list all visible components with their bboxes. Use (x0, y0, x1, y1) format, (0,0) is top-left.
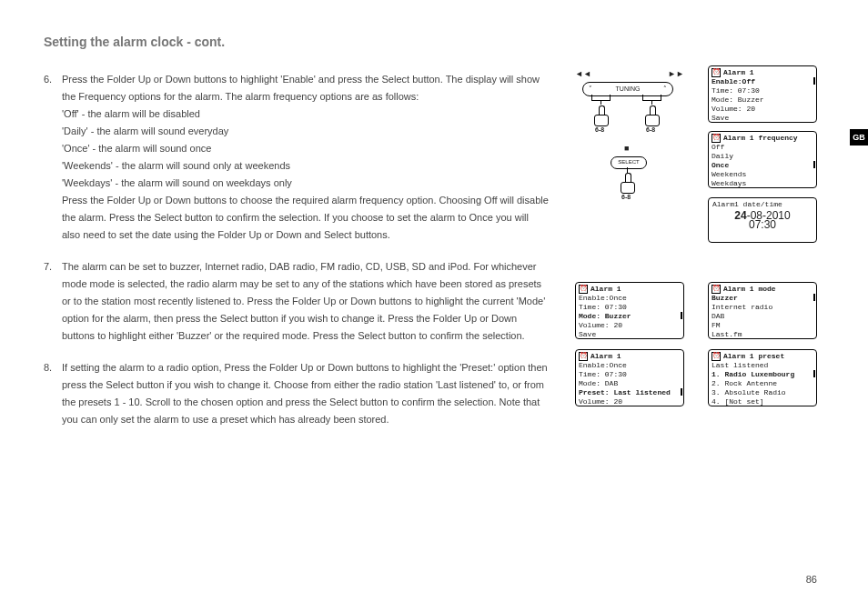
alarm-icon: ⏰ (712, 134, 721, 143)
alarm-icon: ⏰ (579, 352, 588, 361)
step-8: 8. If setting the alarm to a radio optio… (44, 359, 549, 428)
row: FM (712, 321, 813, 330)
row: Time: 07:30 (712, 86, 813, 95)
screen-title: Alarm 1 preset (723, 352, 784, 361)
screen-title: Alarm 1 frequency (723, 134, 798, 143)
row: Preset: Last listened (579, 388, 681, 397)
row: Internet radio (712, 303, 813, 312)
alarm-icon: ⏰ (712, 68, 721, 77)
time-row: 07:30 (712, 220, 812, 229)
step-text: The alarm can be set to buzzer, Internet… (62, 258, 549, 345)
instructions-content: 6. Press the Folder Up or Down buttons t… (44, 71, 549, 443)
screen-alarm1-preset-list: ⏰Alarm 1 preset Last listened 1. Radio L… (708, 349, 817, 406)
tuning-bar: ˅ TUNING ˄ (582, 82, 673, 96)
alarm-icon: ⏰ (579, 285, 588, 294)
row: Enable:Once (579, 361, 681, 370)
screen-title: Alarm1 date/time (712, 200, 812, 209)
alarm-icon: ⏰ (712, 285, 721, 294)
select-button: SELECT (611, 156, 647, 169)
stop-icon: ■ (624, 144, 629, 153)
screen-alarm1-mode-list: ⏰Alarm 1 mode Buzzer Internet radio DAB … (708, 282, 817, 339)
row: Last listened (712, 361, 813, 370)
row: Mode: DAB (579, 379, 681, 388)
row: Volume: 20 (712, 105, 813, 114)
scroll-indicator (813, 161, 815, 168)
row: Volume: 20 (579, 397, 681, 406)
step-number: 6. (44, 71, 62, 244)
page: Setting the alarm clock - cont. GB 6. Pr… (0, 0, 868, 612)
row: 2. Rock Antenne (712, 379, 813, 388)
row: Mode: Buzzer (579, 312, 681, 321)
row: Time: 07:30 (579, 370, 681, 379)
tuning-up-icon: ˄ (663, 83, 667, 95)
scroll-indicator (813, 294, 815, 301)
row: Save (712, 114, 813, 123)
scroll-indicator (813, 77, 815, 85)
finger-icon (621, 173, 633, 193)
row: 1. Radio Luxembourg (712, 370, 813, 379)
scroll-indicator (813, 370, 815, 377)
screen-alarm1-frequency: ⏰Alarm 1 frequency Off Daily Once Weeken… (708, 131, 817, 188)
row: Last.fm (712, 330, 813, 339)
finger-icon (645, 105, 658, 125)
row: Volume: 20 (579, 321, 681, 330)
step-number: 8. (44, 359, 62, 428)
next-icon: ►► (668, 69, 684, 78)
step-ref: 6-8 (621, 194, 631, 200)
row: Buzzer (712, 294, 813, 303)
prev-icon: ◄◄ (575, 69, 591, 78)
screen-title: Alarm 1 (590, 352, 621, 361)
row: Enable:Once (579, 294, 681, 303)
screen-title: Alarm 1 (590, 285, 621, 294)
alarm-icon: ⏰ (712, 352, 721, 361)
step-text: If setting the alarm to a radio option, … (62, 359, 549, 428)
page-number: 86 (806, 574, 817, 585)
scroll-indicator (681, 388, 682, 396)
row: 3. Absolute Radio (712, 388, 813, 397)
row: Weekends (712, 170, 813, 179)
tuning-down-icon: ˅ (589, 83, 592, 95)
row: Off (712, 143, 813, 152)
step-ref: 6-8 (595, 126, 604, 133)
step-text: Press the Folder Up or Down buttons to h… (62, 71, 549, 244)
language-tab-gb: GB (850, 129, 868, 145)
button-diagram: ◄◄ ►► ˅ TUNING ˄ 6-8 6-8 ■ SELECT 6-8 (570, 69, 688, 192)
screen-alarm1-datetime: Alarm1 date/time 24-08-2010 07:30 (708, 197, 817, 243)
row: 4. [Not set] (712, 397, 813, 406)
screen-title: Alarm 1 (723, 68, 754, 77)
scroll-indicator (681, 312, 682, 319)
page-title: Setting the alarm clock - cont. (44, 35, 225, 49)
step-ref: 6-8 (646, 126, 655, 133)
screen-alarm1-mode-buzzer: ⏰Alarm 1 Enable:Once Time: 07:30 Mode: B… (575, 282, 684, 339)
screen-alarm1-preset-last: ⏰Alarm 1 Enable:Once Time: 07:30 Mode: D… (575, 349, 684, 406)
tuning-label: TUNING (616, 85, 641, 92)
row: Enable:Off (712, 77, 813, 86)
row: Save (579, 330, 681, 339)
row: Time: 07:30 (579, 303, 681, 312)
screen-alarm1-enable: ⏰Alarm 1 Enable:Off Time: 07:30 Mode: Bu… (708, 65, 817, 123)
step-7: 7. The alarm can be set to buzzer, Inter… (44, 258, 549, 345)
screen-title: Alarm 1 mode (723, 285, 776, 294)
step-number: 7. (44, 258, 62, 345)
select-label: SELECT (618, 159, 639, 165)
row: DAB (712, 312, 813, 321)
step-6: 6. Press the Folder Up or Down buttons t… (44, 71, 549, 244)
row: Daily (712, 152, 813, 161)
row: Mode: Buzzer (712, 95, 813, 105)
row: Weekdays (712, 179, 813, 188)
row: Once (712, 161, 813, 170)
finger-icon (594, 105, 607, 125)
